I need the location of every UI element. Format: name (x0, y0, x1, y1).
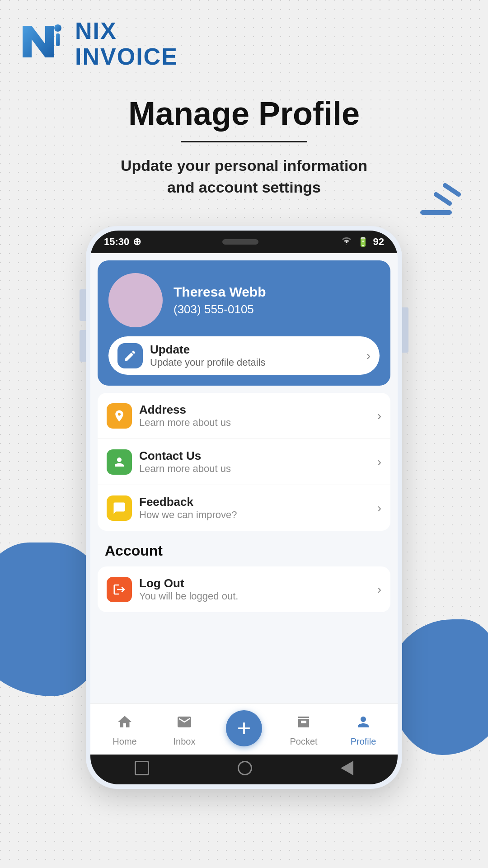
home-icon (117, 714, 133, 734)
bottom-navigation: Home Inbox (90, 703, 398, 755)
volume-up-button (80, 289, 86, 321)
svg-point-0 (54, 24, 61, 32)
phone-content: Theresa Webb (303) 555-0105 Update (90, 260, 398, 703)
avatar (108, 273, 163, 327)
battery-level: 92 (373, 236, 384, 248)
phone-screen: 15:30 ⊕ 🔋 92 (90, 231, 398, 784)
menu-section: Address Learn more about us › (98, 393, 390, 531)
contact-title: Contact Us (139, 449, 370, 463)
feedback-subtitle: How we can improve? (139, 509, 370, 521)
edit-icon-wrap (117, 343, 143, 368)
nav-profile[interactable]: Profile (341, 714, 386, 747)
phone-bottom-bar (90, 755, 398, 784)
logout-icon-wrap (107, 577, 132, 602)
status-right: 🔋 92 (340, 236, 384, 248)
pocket-label: Pocket (290, 736, 317, 747)
stop-button (135, 761, 149, 775)
logo: NIX INVOICE (18, 18, 178, 70)
power-button (402, 307, 408, 353)
nav-add[interactable] (221, 710, 267, 750)
account-menu-section: Log Out You will be logged out. › (98, 566, 390, 612)
notch (222, 239, 258, 245)
feedback-title: Feedback (139, 495, 370, 509)
contact-icon-wrap (107, 449, 132, 475)
add-button[interactable] (226, 710, 262, 746)
update-profile-button[interactable]: Update Update your profile details › (108, 336, 380, 375)
logout-subtitle: You will be logged out. (139, 590, 370, 602)
pocket-icon (296, 714, 312, 734)
nav-home[interactable]: Home (102, 714, 147, 747)
address-menu-item[interactable]: Address Learn more about us › (98, 393, 390, 439)
contact-text: Contact Us Learn more about us (139, 449, 370, 475)
back-button (341, 761, 353, 775)
svg-line-2 (445, 185, 459, 194)
phone-frame: 15:30 ⊕ 🔋 92 (86, 226, 402, 789)
update-text: Update Update your profile details (150, 343, 359, 368)
status-time: 15:30 (104, 236, 129, 248)
battery-icon: 🔋 (357, 236, 369, 247)
decoration-blob-right (389, 619, 488, 755)
svg-rect-1 (56, 33, 60, 46)
logout-chevron-icon: › (377, 582, 381, 597)
profile-name: Theresa Webb (174, 284, 266, 300)
inbox-icon (176, 714, 192, 734)
address-subtitle: Learn more about us (139, 417, 370, 429)
profile-info: Theresa Webb (303) 555-0105 (174, 284, 266, 316)
whatsapp-icon: ⊕ (133, 236, 141, 248)
wifi-icon (340, 236, 353, 248)
chevron-right-icon: › (366, 349, 371, 363)
contact-chevron-icon: › (377, 455, 381, 469)
home-label: Home (113, 736, 136, 747)
address-chevron-icon: › (377, 409, 381, 423)
nav-inbox[interactable]: Inbox (162, 714, 207, 747)
profile-phone: (303) 555-0105 (174, 302, 266, 316)
account-section-label: Account (90, 535, 398, 562)
profile-label: Profile (351, 736, 376, 747)
update-sublabel: Update your profile details (150, 357, 359, 368)
inbox-label: Inbox (174, 736, 196, 747)
feedback-menu-item[interactable]: Feedback How we can improve? › (98, 485, 390, 531)
logout-text: Log Out You will be logged out. (139, 576, 370, 602)
logout-title: Log Out (139, 576, 370, 590)
address-icon-wrap (107, 403, 132, 429)
volume-down-button (80, 330, 86, 362)
address-title: Address (139, 403, 370, 417)
accent-decoration (409, 181, 463, 228)
title-divider (181, 141, 307, 142)
profile-icon (355, 714, 371, 734)
status-left: 15:30 ⊕ (104, 236, 141, 248)
feedback-icon-wrap (107, 495, 132, 521)
feedback-chevron-icon: › (377, 501, 381, 515)
address-text: Address Learn more about us (139, 403, 370, 429)
status-bar: 15:30 ⊕ 🔋 92 (90, 231, 398, 253)
profile-header-card: Theresa Webb (303) 555-0105 Update (98, 260, 390, 386)
logo-text: NIX INVOICE (75, 18, 178, 70)
page-subtitle: Update your personal informationand acco… (27, 155, 461, 198)
contact-subtitle: Learn more about us (139, 463, 370, 475)
home-button (238, 761, 252, 775)
phone-mockup: 15:30 ⊕ 🔋 92 (86, 226, 402, 789)
update-label: Update (150, 343, 359, 357)
svg-line-3 (436, 194, 450, 203)
nav-pocket[interactable]: Pocket (281, 714, 326, 747)
page-title: Manage Profile (27, 95, 461, 132)
contact-menu-item[interactable]: Contact Us Learn more about us › (98, 439, 390, 485)
feedback-text: Feedback How we can improve? (139, 495, 370, 521)
logout-menu-item[interactable]: Log Out You will be logged out. › (98, 566, 390, 612)
profile-top-row: Theresa Webb (303) 555-0105 (108, 273, 380, 327)
